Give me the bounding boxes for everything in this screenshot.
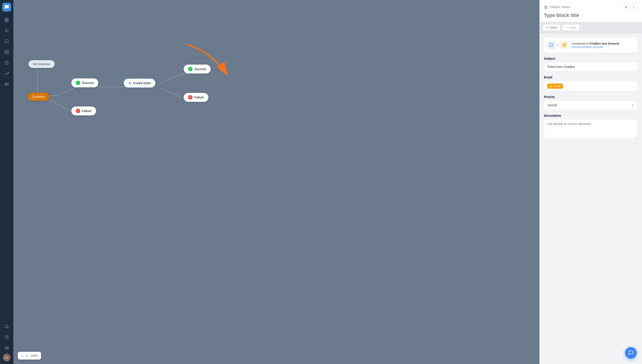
node-create-ticket-label: Create ticket [133,81,151,85]
sidebar-item-analytics[interactable] [2,68,12,78]
subject-field-group: Subject [544,57,637,72]
success-icon-1: ✓ [76,81,80,85]
node-failure-2[interactable]: ✕ Failure [184,93,208,102]
description-field-group: Description [544,114,637,139]
connection-service: ChatBot and Zendesk [589,42,619,45]
panel-content: + Connected to ChatBot and Zendesk Choos… [539,33,642,144]
redo-label: Redo [569,26,576,29]
svg-point-13 [5,336,9,339]
panel-header-label: CREATE TICKET [544,5,571,9]
sidebar-item-org[interactable] [2,15,12,25]
node-failure-1-label: Failure [82,109,92,113]
svg-point-8 [5,50,9,52]
description-label: Description [544,114,637,118]
subject-label: Subject [544,57,637,60]
node-bot-response[interactable]: Bot response [29,60,55,68]
node-success-1-label: Success [82,81,94,85]
node-bot-response-label: Bot response [33,62,50,66]
sidebar: U [0,0,13,364]
panel-header: CREATE TICKET ✕ ✓ [539,0,642,22]
orange-arrow [169,40,236,85]
node-create-ticket[interactable]: ⊠ Create ticket [124,78,156,88]
canvas-toolbar: ⌂ ⤢ 100% [18,352,41,360]
email-tag-label: Email [553,84,561,88]
success-icon-2: ✓ [188,67,193,71]
undo-icon: ↩ [546,26,549,29]
node-success-2[interactable]: ✓ Success [184,64,211,74]
zendesk-header-icon [544,5,548,9]
svg-point-0 [6,7,6,7]
sidebar-item-data[interactable] [2,47,12,57]
panel-toolbar: ↩ Undo ↪ Redo [539,22,642,33]
svg-point-2 [7,7,8,7]
svg-point-1 [7,7,7,7]
sidebar-item-help[interactable] [2,332,12,342]
sidebar-item-users[interactable] [2,26,12,36]
flow-connections [13,0,539,364]
priority-field-group: Priority low normal high urgent [544,95,637,110]
sidebar-item-chat[interactable] [2,36,12,46]
sidebar-item-bell[interactable] [2,322,12,332]
sidebar-item-reports[interactable] [2,58,12,68]
zendesk-conn-icon [560,41,568,49]
right-panel: CREATE TICKET ✕ ✓ ↩ Undo ↪ Redo [539,0,642,364]
fab-chat-button[interactable] [625,347,637,359]
sidebar-item-people[interactable] [2,79,12,89]
svg-rect-3 [5,18,7,20]
failure-icon-2: ✕ [188,95,193,100]
sidebar-logo[interactable] [2,3,11,12]
failure-icon-1: ✕ [76,109,80,113]
svg-point-11 [5,84,6,84]
node-success-1[interactable]: ✓ Success [71,78,98,87]
description-textarea[interactable] [544,119,637,139]
redo-icon: ↪ [565,26,568,29]
panel-close-button[interactable]: ✕ [622,4,629,11]
email-field[interactable]: @ Email [544,81,637,91]
choose-account-link[interactable]: Choose another account [571,45,634,48]
connection-text-main: Connected to ChatBot and Zendesk [571,42,634,45]
svg-rect-6 [7,20,9,22]
email-field-group: Email @ Email [544,76,637,91]
connection-card: + Connected to ChatBot and Zendesk Choos… [544,38,637,53]
priority-select[interactable]: low normal high urgent [544,100,637,110]
node-failure-2-label: Failure [194,96,204,99]
user-avatar[interactable]: U [3,354,11,361]
zoom-level: 100% [31,354,38,357]
svg-point-12 [8,84,9,84]
home-icon[interactable]: ⌂ [21,354,23,358]
svg-point-7 [6,29,7,30]
panel-title-input[interactable] [544,12,637,18]
panel-header-actions: ✕ ✓ [622,4,637,11]
email-tag: @ Email [547,84,563,89]
chatbot-icon [547,41,555,49]
svg-rect-4 [7,18,9,20]
connection-text: Connected to ChatBot and Zendesk Choose … [571,42,634,48]
priority-label: Priority [544,95,637,99]
panel-create-ticket-label: CREATE TICKET [550,6,571,8]
node-failure-1[interactable]: ✕ Failure [71,106,96,116]
svg-rect-5 [5,20,7,22]
subject-input[interactable] [544,62,637,72]
connection-prefix: Connected to [571,42,589,45]
email-label: Email [544,76,637,79]
plus-sign: + [557,43,559,47]
node-create-ticket-zendesk-icon: ⊠ [128,81,131,85]
sidebar-item-academy[interactable] [2,343,12,353]
connection-icons: + [547,41,568,49]
undo-label: Undo [550,26,557,29]
svg-point-10 [6,83,7,84]
node-success-2-label: Success [194,67,206,71]
undo-button[interactable]: ↩ Undo [543,24,560,31]
panel-confirm-button[interactable]: ✓ [630,4,637,11]
email-tag-icon: @ [549,84,552,88]
expand-icon[interactable]: ⤢ [26,354,28,358]
canvas-area: Bot response Question ✓ Success ⊠ Create… [13,0,539,364]
node-question[interactable]: Question [28,93,49,101]
redo-button[interactable]: ↪ Redo [562,24,579,31]
node-question-label: Question [32,95,45,98]
